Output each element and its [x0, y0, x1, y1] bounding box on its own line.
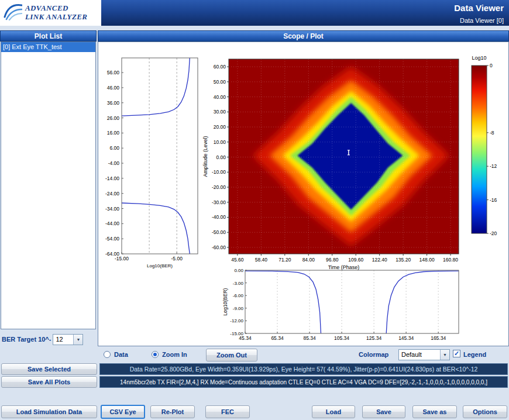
- app-logo: ADVANCED LINK ANALYZER: [0, 0, 101, 26]
- svg-text:0: 0: [490, 63, 493, 68]
- chevron-down-icon[interactable]: ▼: [73, 335, 82, 345]
- radio-zoom-in-label[interactable]: Zoom In: [162, 351, 187, 358]
- scope-plot-canvas[interactable]: 56.0046.0036.0026.0016.006.00-4.00-14.00…: [98, 42, 508, 346]
- svg-text:20.00: 20.00: [214, 124, 226, 130]
- options-button[interactable]: Options: [463, 405, 507, 418]
- load-simulation-data-button[interactable]: Load Simulation Data: [1, 405, 97, 418]
- svg-text:-9.00: -9.00: [233, 306, 244, 311]
- fec-button[interactable]: FEC: [205, 405, 250, 418]
- save-all-plots-button[interactable]: Save All Plots: [1, 376, 97, 388]
- svg-text:-4.00: -4.00: [108, 160, 120, 166]
- svg-text:-6.00: -6.00: [233, 293, 244, 298]
- svg-text:0.00: 0.00: [216, 154, 226, 160]
- app-window: { "window": { "bg": "#d9e3f0", "accent":…: [0, 0, 509, 420]
- ber-target-dropdown[interactable]: 12 ▼: [53, 334, 83, 345]
- legend-checkbox[interactable]: ✓: [453, 350, 460, 357]
- svg-text:-44.00: -44.00: [105, 221, 119, 226]
- svg-text:56.00: 56.00: [107, 70, 120, 75]
- svg-text:26.00: 26.00: [107, 115, 120, 121]
- plot-list-header: Plot List: [0, 30, 97, 42]
- svg-text:71.20: 71.20: [278, 257, 291, 263]
- csv-eye-button[interactable]: CSV Eye: [101, 405, 145, 419]
- svg-text:-20: -20: [490, 230, 497, 236]
- radio-data[interactable]: [104, 351, 111, 358]
- svg-text:46.00: 46.00: [107, 85, 120, 91]
- plot-list-item-selected[interactable]: [0] Ext Eye TTK_test: [1, 42, 95, 52]
- logo-line1: ADVANCED: [25, 4, 68, 12]
- logo-line2: LINK ANALYZER: [25, 12, 87, 21]
- scope-plot-panel[interactable]: 56.0046.0036.0026.0016.006.00-4.00-14.00…: [98, 42, 509, 346]
- wave-logo-icon: [4, 3, 22, 23]
- colormap-value: Default: [399, 350, 440, 360]
- check-icon: ✓: [454, 350, 459, 357]
- svg-text:40.00: 40.00: [214, 94, 226, 100]
- svg-text:84.00: 84.00: [302, 257, 315, 263]
- svg-text:60.00: 60.00: [214, 64, 226, 70]
- svg-text:109.60: 109.60: [348, 257, 363, 263]
- replot-button[interactable]: Re-Plot: [150, 405, 195, 418]
- svg-text:125.34: 125.34: [366, 335, 381, 341]
- svg-text:-60.00: -60.00: [212, 245, 226, 250]
- scope-plot-header: Scope / Plot: [98, 30, 509, 42]
- ber-vs-level-plot: 56.0046.0036.0026.0016.006.00-4.00-14.00…: [105, 58, 198, 268]
- status-bar-configuration: 14nm5bcr2eb TX FIR=[2,M,4,] RX Mode=Cont…: [99, 376, 508, 388]
- legend-label[interactable]: Legend: [463, 351, 486, 358]
- svg-text:-24.00: -24.00: [105, 191, 119, 197]
- svg-text:30.00: 30.00: [214, 109, 226, 115]
- svg-text:Log10: Log10: [472, 55, 486, 61]
- plot-list[interactable]: [0] Ext Eye TTK_test: [1, 42, 96, 329]
- svg-text:Time (Phase): Time (Phase): [328, 264, 360, 270]
- save-button[interactable]: Save: [362, 405, 405, 418]
- svg-text:160.80: 160.80: [443, 257, 458, 263]
- ber-target-value: 12: [53, 335, 73, 345]
- svg-text:Log10(BER): Log10(BER): [222, 288, 228, 315]
- radio-zoom-in[interactable]: [152, 351, 159, 358]
- svg-text:65.34: 65.34: [271, 335, 284, 341]
- load-button[interactable]: Load: [312, 405, 355, 418]
- radio-data-label[interactable]: Data: [114, 351, 128, 358]
- svg-text:36.00: 36.00: [107, 100, 120, 106]
- svg-text:145.34: 145.34: [398, 335, 414, 341]
- zoom-out-button[interactable]: Zoom Out: [206, 349, 257, 362]
- svg-text:165.34: 165.34: [431, 335, 446, 341]
- svg-text:50.00: 50.00: [214, 79, 226, 85]
- svg-text:58.40: 58.40: [255, 257, 268, 263]
- save-selected-button[interactable]: Save Selected: [1, 363, 97, 375]
- svg-text:45.60: 45.60: [231, 257, 244, 263]
- svg-text:148.00: 148.00: [419, 257, 435, 263]
- svg-text:-34.00: -34.00: [105, 206, 119, 212]
- svg-text:16.00: 16.00: [107, 130, 120, 136]
- svg-text:-14.00: -14.00: [105, 175, 119, 181]
- radio-dot: [153, 353, 157, 356]
- eye-diagram-heatmap: 60.0050.0040.0030.0020.0010.000.00-10.00…: [202, 59, 459, 270]
- svg-text:85.34: 85.34: [303, 335, 316, 341]
- svg-text:-12: -12: [490, 163, 497, 169]
- svg-text:-16: -16: [490, 197, 497, 203]
- svg-text:0.00: 0.00: [234, 268, 243, 273]
- logo-text: ADVANCED LINK ANALYZER: [25, 4, 87, 22]
- svg-text:-54.00: -54.00: [105, 236, 119, 242]
- svg-text:-3.00: -3.00: [233, 281, 244, 286]
- svg-text:-10.00: -10.00: [212, 169, 226, 175]
- svg-text:Amplitude (Level): Amplitude (Level): [202, 136, 208, 177]
- app-header: ADVANCED LINK ANALYZER Data Viewer Data …: [0, 0, 509, 26]
- svg-text:122.40: 122.40: [372, 257, 387, 263]
- save-as-button[interactable]: Save as: [412, 405, 457, 418]
- status-bar-measurements: Data Rate=25.800GBd, Eye Width=0.359UI(1…: [99, 363, 508, 375]
- page-title: Data Viewer: [454, 3, 504, 13]
- svg-text:135.20: 135.20: [395, 257, 411, 263]
- svg-text:10.00: 10.00: [214, 139, 226, 145]
- svg-text:-5.00: -5.00: [171, 256, 183, 261]
- svg-text:-12.00: -12.00: [230, 318, 243, 323]
- svg-text:-50.00: -50.00: [212, 229, 226, 235]
- colormap-dropdown[interactable]: Default ▼: [398, 349, 450, 360]
- svg-text:Log10(BER): Log10(BER): [147, 263, 173, 268]
- svg-text:-30.00: -30.00: [212, 199, 226, 205]
- svg-text:6.00: 6.00: [109, 145, 119, 151]
- svg-text:105.34: 105.34: [334, 335, 349, 341]
- ber-target-label: BER Target 10^-: [2, 336, 51, 343]
- chevron-down-icon[interactable]: ▼: [440, 350, 449, 360]
- svg-text:96.80: 96.80: [326, 257, 339, 263]
- colormap-label: Colormap: [359, 351, 388, 358]
- page-subtitle: Data Viewer [0]: [454, 17, 504, 24]
